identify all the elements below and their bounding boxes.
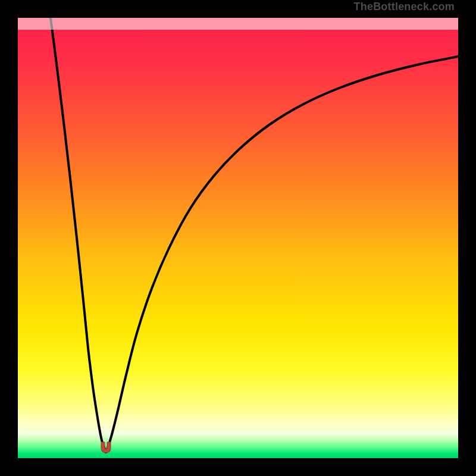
bottleneck-curve [18, 18, 458, 458]
watermark-text: TheBottleneck.com [354, 0, 455, 13]
chart-frame: TheBottleneck.com [0, 0, 476, 476]
plot-area [18, 18, 458, 458]
minimum-marker-icon [99, 441, 112, 454]
